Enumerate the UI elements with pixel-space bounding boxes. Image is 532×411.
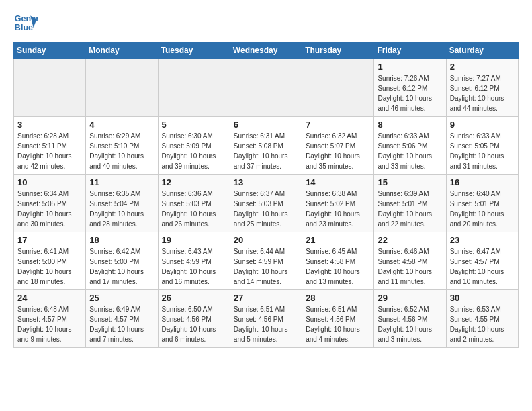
weekday-header: Wednesday	[230, 42, 302, 59]
calendar-cell: 16Sunrise: 6:40 AM Sunset: 5:01 PM Dayli…	[446, 175, 518, 232]
day-number: 26	[162, 293, 226, 303]
day-info: Sunrise: 6:50 AM Sunset: 4:56 PM Dayligh…	[162, 304, 226, 345]
day-number: 11	[89, 177, 154, 187]
weekday-header: Tuesday	[158, 42, 230, 59]
calendar-cell	[14, 59, 86, 117]
calendar-cell: 1Sunrise: 7:26 AM Sunset: 6:12 PM Daylig…	[374, 59, 446, 117]
calendar-cell: 14Sunrise: 6:38 AM Sunset: 5:02 PM Dayli…	[302, 175, 374, 232]
day-number: 12	[162, 177, 226, 187]
day-info: Sunrise: 6:35 AM Sunset: 5:04 PM Dayligh…	[89, 189, 154, 229]
calendar-cell: 28Sunrise: 6:51 AM Sunset: 4:56 PM Dayli…	[302, 290, 374, 348]
day-number: 27	[234, 293, 298, 303]
day-number: 19	[162, 235, 226, 245]
weekday-header: Thursday	[302, 42, 374, 59]
day-number: 10	[17, 177, 82, 187]
calendar-cell: 10Sunrise: 6:34 AM Sunset: 5:05 PM Dayli…	[14, 175, 86, 232]
day-info: Sunrise: 6:49 AM Sunset: 4:57 PM Dayligh…	[89, 304, 154, 345]
day-number: 4	[89, 120, 154, 130]
day-number: 23	[450, 235, 515, 245]
day-info: Sunrise: 6:32 AM Sunset: 5:07 PM Dayligh…	[306, 131, 370, 171]
calendar-cell: 17Sunrise: 6:41 AM Sunset: 5:00 PM Dayli…	[14, 232, 86, 290]
calendar-cell	[302, 59, 374, 117]
calendar-cell: 24Sunrise: 6:48 AM Sunset: 4:57 PM Dayli…	[14, 290, 86, 348]
day-number: 15	[378, 177, 442, 187]
calendar-cell: 23Sunrise: 6:47 AM Sunset: 4:57 PM Dayli…	[446, 232, 518, 290]
day-number: 25	[89, 293, 154, 303]
day-number: 8	[378, 120, 442, 130]
calendar-cell: 3Sunrise: 6:28 AM Sunset: 5:11 PM Daylig…	[14, 117, 86, 175]
day-info: Sunrise: 6:41 AM Sunset: 5:00 PM Dayligh…	[17, 246, 82, 287]
day-number: 22	[378, 235, 442, 245]
calendar-cell: 29Sunrise: 6:52 AM Sunset: 4:56 PM Dayli…	[374, 290, 446, 348]
calendar-cell: 22Sunrise: 6:46 AM Sunset: 4:58 PM Dayli…	[374, 232, 446, 290]
day-info: Sunrise: 6:34 AM Sunset: 5:05 PM Dayligh…	[17, 189, 82, 229]
day-info: Sunrise: 6:30 AM Sunset: 5:09 PM Dayligh…	[162, 131, 226, 171]
day-info: Sunrise: 6:51 AM Sunset: 4:56 PM Dayligh…	[234, 304, 298, 345]
calendar-cell: 20Sunrise: 6:44 AM Sunset: 4:59 PM Dayli…	[230, 232, 302, 290]
calendar-cell	[230, 59, 302, 117]
calendar-table: SundayMondayTuesdayWednesdayThursdayFrid…	[13, 42, 519, 348]
calendar-cell: 15Sunrise: 6:39 AM Sunset: 5:01 PM Dayli…	[374, 175, 446, 232]
day-info: Sunrise: 6:38 AM Sunset: 5:02 PM Dayligh…	[306, 189, 370, 229]
calendar-cell: 30Sunrise: 6:53 AM Sunset: 4:55 PM Dayli…	[446, 290, 518, 348]
logo-icon: General Blue	[13, 11, 38, 35]
day-info: Sunrise: 6:29 AM Sunset: 5:10 PM Dayligh…	[89, 131, 154, 171]
day-number: 17	[17, 235, 82, 245]
day-number: 16	[450, 177, 515, 187]
calendar-cell: 12Sunrise: 6:36 AM Sunset: 5:03 PM Dayli…	[158, 175, 230, 232]
day-number: 14	[306, 177, 370, 187]
day-number: 5	[162, 120, 226, 130]
day-number: 2	[450, 62, 515, 72]
day-info: Sunrise: 6:44 AM Sunset: 4:59 PM Dayligh…	[234, 246, 298, 287]
calendar-cell: 9Sunrise: 6:33 AM Sunset: 5:05 PM Daylig…	[446, 117, 518, 175]
day-info: Sunrise: 7:27 AM Sunset: 6:12 PM Dayligh…	[450, 73, 515, 113]
day-number: 7	[306, 120, 370, 130]
logo: General Blue	[13, 11, 40, 35]
calendar-cell: 18Sunrise: 6:42 AM Sunset: 5:00 PM Dayli…	[86, 232, 158, 290]
calendar-cell: 8Sunrise: 6:33 AM Sunset: 5:06 PM Daylig…	[374, 117, 446, 175]
calendar-cell: 11Sunrise: 6:35 AM Sunset: 5:04 PM Dayli…	[86, 175, 158, 232]
day-info: Sunrise: 6:39 AM Sunset: 5:01 PM Dayligh…	[378, 189, 442, 229]
calendar-cell: 2Sunrise: 7:27 AM Sunset: 6:12 PM Daylig…	[446, 59, 518, 117]
calendar-cell	[158, 59, 230, 117]
day-info: Sunrise: 6:40 AM Sunset: 5:01 PM Dayligh…	[450, 189, 515, 229]
calendar-cell: 13Sunrise: 6:37 AM Sunset: 5:03 PM Dayli…	[230, 175, 302, 232]
day-number: 30	[450, 293, 515, 303]
day-info: Sunrise: 6:51 AM Sunset: 4:56 PM Dayligh…	[306, 304, 370, 345]
day-number: 9	[450, 120, 515, 130]
calendar-cell: 27Sunrise: 6:51 AM Sunset: 4:56 PM Dayli…	[230, 290, 302, 348]
day-info: Sunrise: 6:48 AM Sunset: 4:57 PM Dayligh…	[17, 304, 82, 345]
day-info: Sunrise: 6:45 AM Sunset: 4:58 PM Dayligh…	[306, 246, 370, 287]
day-info: Sunrise: 6:28 AM Sunset: 5:11 PM Dayligh…	[17, 131, 82, 171]
weekday-header: Friday	[374, 42, 446, 59]
day-info: Sunrise: 6:42 AM Sunset: 5:00 PM Dayligh…	[89, 246, 154, 287]
day-info: Sunrise: 6:43 AM Sunset: 4:59 PM Dayligh…	[162, 246, 226, 287]
day-info: Sunrise: 6:31 AM Sunset: 5:08 PM Dayligh…	[234, 131, 298, 171]
day-number: 6	[234, 120, 298, 130]
day-info: Sunrise: 6:33 AM Sunset: 5:05 PM Dayligh…	[450, 131, 515, 171]
day-info: Sunrise: 6:37 AM Sunset: 5:03 PM Dayligh…	[234, 189, 298, 229]
calendar-cell: 19Sunrise: 6:43 AM Sunset: 4:59 PM Dayli…	[158, 232, 230, 290]
calendar-cell: 6Sunrise: 6:31 AM Sunset: 5:08 PM Daylig…	[230, 117, 302, 175]
day-number: 29	[378, 293, 442, 303]
day-info: Sunrise: 6:36 AM Sunset: 5:03 PM Dayligh…	[162, 189, 226, 229]
calendar-cell: 26Sunrise: 6:50 AM Sunset: 4:56 PM Dayli…	[158, 290, 230, 348]
svg-text:Blue: Blue	[15, 23, 33, 32]
weekday-header: Saturday	[446, 42, 518, 59]
day-info: Sunrise: 7:26 AM Sunset: 6:12 PM Dayligh…	[378, 73, 442, 113]
weekday-header: Monday	[86, 42, 158, 59]
weekday-header: Sunday	[14, 42, 86, 59]
calendar-cell: 21Sunrise: 6:45 AM Sunset: 4:58 PM Dayli…	[302, 232, 374, 290]
calendar-cell: 25Sunrise: 6:49 AM Sunset: 4:57 PM Dayli…	[86, 290, 158, 348]
calendar-cell: 4Sunrise: 6:29 AM Sunset: 5:10 PM Daylig…	[86, 117, 158, 175]
day-number: 20	[234, 235, 298, 245]
day-info: Sunrise: 6:52 AM Sunset: 4:56 PM Dayligh…	[378, 304, 442, 345]
calendar-cell	[86, 59, 158, 117]
day-info: Sunrise: 6:46 AM Sunset: 4:58 PM Dayligh…	[378, 246, 442, 287]
day-number: 3	[17, 120, 82, 130]
calendar-cell: 7Sunrise: 6:32 AM Sunset: 5:07 PM Daylig…	[302, 117, 374, 175]
day-number: 21	[306, 235, 370, 245]
header: General Blue	[13, 11, 519, 35]
day-number: 13	[234, 177, 298, 187]
day-info: Sunrise: 6:47 AM Sunset: 4:57 PM Dayligh…	[450, 246, 515, 287]
